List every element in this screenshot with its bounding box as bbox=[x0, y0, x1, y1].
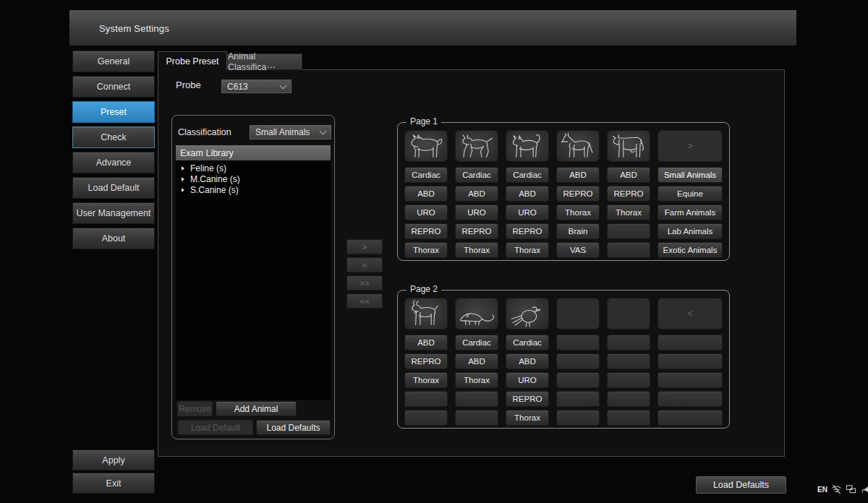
exam-button-uro[interactable]: URO bbox=[506, 205, 549, 220]
tree-item-s-canine-s[interactable]: S.Canine (s) bbox=[176, 185, 331, 196]
exam-button-repro[interactable]: REPRO bbox=[556, 186, 600, 202]
remove-button[interactable]: Remove bbox=[177, 401, 213, 416]
exam-button-abd[interactable]: ABD bbox=[455, 353, 498, 369]
load-defaults-button[interactable]: Load Defaults bbox=[256, 420, 331, 435]
exam-button-thorax[interactable]: Thorax bbox=[607, 205, 650, 220]
apply-button[interactable]: Apply bbox=[72, 450, 155, 470]
sidebar-item-load-default[interactable]: Load Default bbox=[72, 177, 155, 199]
exam-library-list[interactable]: Feline (s)M.Canine (s)S.Canine (s) bbox=[176, 160, 331, 400]
exam-slot[interactable] bbox=[607, 353, 650, 369]
exam-button-abd[interactable]: ABD bbox=[506, 186, 549, 202]
cow-tile[interactable] bbox=[607, 130, 650, 162]
exam-button-repro[interactable]: REPRO bbox=[607, 186, 650, 202]
exam-button-thorax[interactable]: Thorax bbox=[455, 242, 498, 258]
exam-button-repro[interactable]: REPRO bbox=[404, 353, 448, 369]
load-default-button[interactable]: Load Default bbox=[178, 420, 253, 435]
exam-button-repro[interactable]: REPRO bbox=[455, 223, 498, 239]
category-slot[interactable] bbox=[658, 372, 723, 388]
exam-button-thorax[interactable]: Thorax bbox=[404, 372, 448, 388]
dog-walking-tile[interactable] bbox=[455, 130, 498, 162]
exam-button-thorax[interactable]: Thorax bbox=[506, 242, 549, 258]
exam-button-abd[interactable]: ABD bbox=[404, 186, 448, 202]
exam-slot[interactable] bbox=[404, 410, 448, 426]
exam-slot[interactable] bbox=[556, 391, 600, 407]
probe-select[interactable]: C613 bbox=[221, 79, 292, 93]
exam-button-abd[interactable]: ABD bbox=[607, 167, 650, 183]
horse-tile[interactable] bbox=[556, 130, 600, 162]
category-button-exotic-animals[interactable]: Exotic Animals bbox=[658, 242, 723, 258]
category-button-small-animals[interactable]: Small Animals bbox=[658, 167, 723, 183]
exam-button-abd[interactable]: ABD bbox=[455, 186, 498, 202]
category-slot[interactable] bbox=[658, 410, 723, 426]
exam-button-cardiac[interactable]: Cardiac bbox=[455, 167, 498, 183]
exam-slot[interactable] bbox=[556, 353, 600, 369]
exam-slot[interactable] bbox=[404, 391, 448, 407]
tree-item-m-canine-s[interactable]: M.Canine (s) bbox=[176, 174, 331, 185]
exam-slot[interactable] bbox=[607, 372, 650, 388]
exam-button-thorax[interactable]: Thorax bbox=[455, 372, 498, 388]
exam-button-brain[interactable]: Brain bbox=[556, 223, 600, 239]
move-right-button[interactable]: > bbox=[346, 239, 383, 254]
prev-page-button[interactable]: < bbox=[658, 298, 723, 330]
dog-fluffy-tile[interactable] bbox=[404, 130, 448, 162]
goat-tile[interactable] bbox=[404, 298, 448, 330]
exam-button-repro[interactable]: REPRO bbox=[506, 391, 549, 407]
category-slot[interactable] bbox=[658, 391, 723, 407]
exam-button-repro[interactable]: REPRO bbox=[404, 223, 448, 239]
sidebar-item-advance[interactable]: Advance bbox=[72, 152, 155, 173]
exam-button-thorax[interactable]: Thorax bbox=[506, 410, 549, 426]
exam-slot[interactable] bbox=[455, 391, 498, 407]
move-all-left-button[interactable]: << bbox=[346, 293, 383, 309]
sidebar-item-general[interactable]: General bbox=[72, 51, 155, 72]
category-button-farm-animals[interactable]: Farm Animals bbox=[658, 205, 723, 220]
exam-slot[interactable] bbox=[607, 391, 650, 407]
sidebar-item-user-management[interactable]: User Management bbox=[72, 202, 155, 224]
sidebar-item-preset[interactable]: Preset bbox=[72, 101, 155, 123]
exam-button-uro[interactable]: URO bbox=[506, 372, 549, 388]
exam-slot[interactable] bbox=[556, 410, 600, 426]
exam-button-abd[interactable]: ABD bbox=[506, 353, 549, 369]
add-animal-button[interactable]: Add Animal bbox=[216, 401, 297, 416]
category-slot[interactable] bbox=[658, 335, 723, 351]
exam-slot[interactable] bbox=[556, 372, 600, 388]
sidebar-item-check[interactable]: Check bbox=[72, 126, 155, 148]
classification-select[interactable]: Small Animals bbox=[250, 125, 331, 139]
next-page-button[interactable]: > bbox=[658, 130, 723, 162]
exam-slot[interactable] bbox=[607, 242, 650, 258]
empty-icon-tile[interactable] bbox=[607, 298, 650, 330]
exam-button-abd[interactable]: ABD bbox=[404, 335, 448, 351]
exam-button-uro[interactable]: URO bbox=[404, 205, 448, 220]
exam-slot[interactable] bbox=[607, 335, 650, 351]
exam-button-cardiac[interactable]: Cardiac bbox=[404, 167, 448, 183]
empty-icon-tile[interactable] bbox=[556, 298, 600, 330]
exam-button-vas[interactable]: VAS bbox=[556, 242, 600, 258]
tree-item-feline-s[interactable]: Feline (s) bbox=[176, 163, 331, 174]
tab-animal-classifica[interactable]: Animal Classifica⋯ bbox=[227, 53, 302, 70]
exam-button-cardiac[interactable]: Cardiac bbox=[506, 167, 549, 183]
exam-slot[interactable] bbox=[556, 335, 600, 351]
exam-button-cardiac[interactable]: Cardiac bbox=[455, 335, 498, 351]
sidebar-item-connect[interactable]: Connect bbox=[72, 76, 155, 98]
exam-button-cardiac[interactable]: Cardiac bbox=[506, 335, 549, 351]
exam-button-thorax[interactable]: Thorax bbox=[404, 242, 448, 258]
category-button-lab-animals[interactable]: Lab Animals bbox=[658, 223, 723, 239]
exam-slot[interactable] bbox=[455, 410, 498, 426]
rat-tile[interactable] bbox=[455, 298, 498, 330]
exam-button-repro[interactable]: REPRO bbox=[506, 223, 549, 239]
category-button-equine[interactable]: Equine bbox=[658, 186, 723, 202]
exam-button-abd[interactable]: ABD bbox=[556, 167, 600, 183]
exam-slot[interactable] bbox=[607, 223, 650, 239]
category-slot[interactable] bbox=[658, 353, 723, 369]
footer-load-defaults-button[interactable]: Load Defaults bbox=[696, 476, 786, 494]
exam-button-uro[interactable]: URO bbox=[455, 205, 498, 220]
exit-button[interactable]: Exit bbox=[72, 473, 155, 494]
cat-tile[interactable] bbox=[506, 130, 549, 162]
tab-probe-preset[interactable]: Probe Preset bbox=[158, 51, 227, 70]
bird-tile[interactable] bbox=[506, 298, 549, 330]
move-left-button[interactable]: < bbox=[346, 257, 383, 272]
move-all-right-button[interactable]: >> bbox=[346, 275, 383, 291]
classification-label: Classification bbox=[178, 127, 231, 137]
sidebar-item-about[interactable]: About bbox=[72, 228, 155, 249]
exam-button-thorax[interactable]: Thorax bbox=[556, 205, 600, 220]
exam-slot[interactable] bbox=[607, 410, 650, 426]
